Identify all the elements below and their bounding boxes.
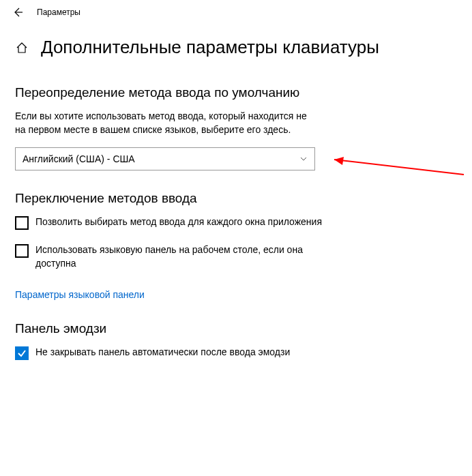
- section-title-emoji: Панель эмодзи: [15, 321, 348, 336]
- checkbox-box: [15, 244, 29, 258]
- checkbox-per-window-input[interactable]: Позволить выбирать метод ввода для каждо…: [15, 215, 325, 230]
- checkbox-box: [15, 346, 29, 360]
- checkbox-label: Использовать языковую панель на рабочем …: [35, 243, 325, 270]
- window-title: Параметры: [37, 8, 80, 17]
- checkbox-box: [15, 216, 29, 230]
- section-title-override: Переопределение метода ввода по умолчани…: [15, 85, 348, 100]
- default-input-method-select[interactable]: Английский (США) - США: [15, 147, 315, 170]
- override-description: Если вы хотите использовать метод ввода,…: [15, 110, 315, 136]
- home-button[interactable]: [15, 41, 29, 55]
- page-title: Дополнительные параметры клавиатуры: [41, 37, 379, 58]
- chevron-down-icon: [299, 155, 308, 163]
- checkbox-emoji-panel-autoclose[interactable]: Не закрывать панель автоматически после …: [15, 346, 325, 360]
- back-button[interactable]: [12, 7, 23, 18]
- section-title-switching: Переключение методов ввода: [15, 191, 348, 206]
- arrow-left-icon: [12, 7, 23, 18]
- language-bar-options-link[interactable]: Параметры языковой панели: [15, 289, 145, 300]
- checkbox-label: Позволить выбирать метод ввода для каждо…: [35, 215, 322, 229]
- checkbox-language-bar[interactable]: Использовать языковую панель на рабочем …: [15, 243, 325, 270]
- select-value: Английский (США) - США: [23, 153, 135, 164]
- checkbox-label: Не закрывать панель автоматически после …: [35, 346, 290, 359]
- svg-line-0: [334, 160, 464, 175]
- home-icon: [16, 42, 28, 54]
